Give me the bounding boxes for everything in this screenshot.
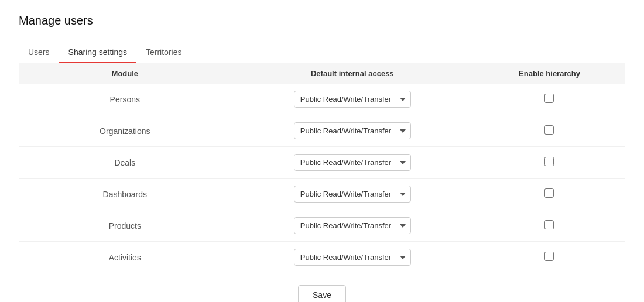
module-label-dashboards: Dashboards xyxy=(19,179,231,210)
tabs-bar: Users Sharing settings Territories xyxy=(19,42,625,63)
hierarchy-cell-persons xyxy=(474,84,625,115)
table-row: ProductsPublic Read/Write/TransferPublic… xyxy=(19,210,625,242)
col-header-enable-hierarchy: Enable hierarchy xyxy=(474,63,625,84)
access-dropdown-dashboards[interactable]: Public Read/Write/TransferPublic Read/Wr… xyxy=(294,186,411,203)
col-header-default-access: Default internal access xyxy=(231,63,474,84)
access-cell-organizations: Public Read/Write/TransferPublic Read/Wr… xyxy=(231,115,474,147)
hierarchy-checkbox-persons[interactable] xyxy=(544,94,554,103)
access-cell-activities: Public Read/Write/TransferPublic Read/Wr… xyxy=(231,242,474,273)
hierarchy-checkbox-activities[interactable] xyxy=(544,252,554,261)
access-cell-products: Public Read/Write/TransferPublic Read/Wr… xyxy=(231,210,474,242)
module-label-activities: Activities xyxy=(19,242,231,273)
sharing-settings-table-container: Module Default internal access Enable hi… xyxy=(19,63,625,273)
hierarchy-checkbox-products[interactable] xyxy=(544,220,554,229)
module-label-persons: Persons xyxy=(19,84,231,115)
hierarchy-cell-activities xyxy=(474,242,625,273)
hierarchy-cell-deals xyxy=(474,147,625,179)
tab-sharing-settings[interactable]: Sharing settings xyxy=(59,42,136,63)
module-label-products: Products xyxy=(19,210,231,242)
hierarchy-cell-organizations xyxy=(474,115,625,147)
access-cell-persons: Public Read/Write/TransferPublic Read/Wr… xyxy=(231,84,474,115)
tab-users[interactable]: Users xyxy=(19,42,59,63)
access-dropdown-persons[interactable]: Public Read/Write/TransferPublic Read/Wr… xyxy=(294,91,411,108)
hierarchy-checkbox-organizations[interactable] xyxy=(544,125,554,135)
table-row: ActivitiesPublic Read/Write/TransferPubl… xyxy=(19,242,625,273)
access-dropdown-products[interactable]: Public Read/Write/TransferPublic Read/Wr… xyxy=(294,217,411,234)
page-title: Manage users xyxy=(19,14,625,28)
table-header-row: Module Default internal access Enable hi… xyxy=(19,63,625,84)
save-button-container: Save xyxy=(19,285,625,302)
col-header-module: Module xyxy=(19,63,231,84)
sharing-settings-table: Module Default internal access Enable hi… xyxy=(19,63,625,273)
tab-territories[interactable]: Territories xyxy=(136,42,191,63)
module-label-deals: Deals xyxy=(19,147,231,179)
module-label-organizations: Organizations xyxy=(19,115,231,147)
hierarchy-cell-dashboards xyxy=(474,179,625,210)
access-dropdown-organizations[interactable]: Public Read/Write/TransferPublic Read/Wr… xyxy=(294,122,411,139)
hierarchy-checkbox-deals[interactable] xyxy=(544,157,554,166)
access-dropdown-deals[interactable]: Public Read/Write/TransferPublic Read/Wr… xyxy=(294,154,411,171)
hierarchy-cell-products xyxy=(474,210,625,242)
page-container: Manage users Users Sharing settings Terr… xyxy=(0,0,644,302)
table-body: PersonsPublic Read/Write/TransferPublic … xyxy=(19,84,625,273)
access-dropdown-activities[interactable]: Public Read/Write/TransferPublic Read/Wr… xyxy=(294,249,411,266)
table-row: DealsPublic Read/Write/TransferPublic Re… xyxy=(19,147,625,179)
table-row: OrganizationsPublic Read/Write/TransferP… xyxy=(19,115,625,147)
access-cell-deals: Public Read/Write/TransferPublic Read/Wr… xyxy=(231,147,474,179)
table-row: DashboardsPublic Read/Write/TransferPubl… xyxy=(19,179,625,210)
table-row: PersonsPublic Read/Write/TransferPublic … xyxy=(19,84,625,115)
hierarchy-checkbox-dashboards[interactable] xyxy=(544,188,554,198)
access-cell-dashboards: Public Read/Write/TransferPublic Read/Wr… xyxy=(231,179,474,210)
save-button[interactable]: Save xyxy=(298,285,346,302)
